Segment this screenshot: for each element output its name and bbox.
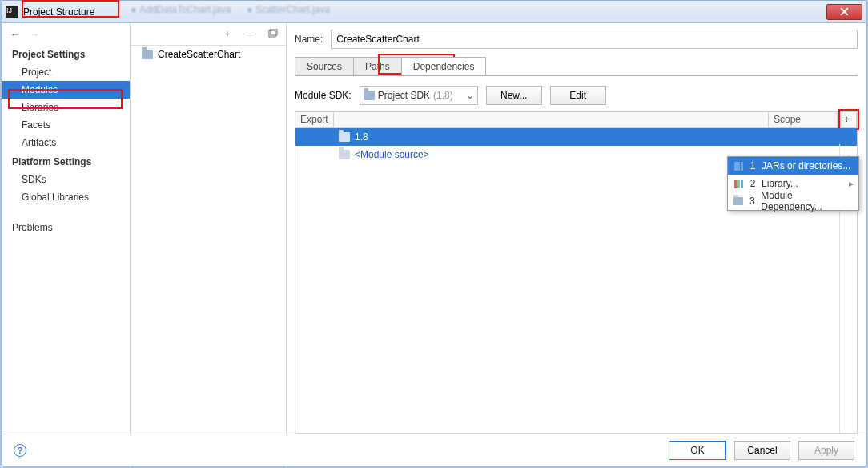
popup-module-dependency[interactable]: 3 Module Dependency... bbox=[728, 192, 858, 210]
dialog-body: ← → Project Settings Project Modules Lib… bbox=[2, 23, 866, 467]
add-dependency-button[interactable]: + bbox=[838, 112, 857, 127]
dep-row-sdk[interactable]: 1.8 bbox=[295, 128, 857, 146]
name-label: Name: bbox=[295, 34, 323, 45]
name-row: Name: bbox=[295, 30, 858, 49]
add-dependency-popup: 1 JARs or directories... 2 Library... ▸ … bbox=[727, 156, 859, 211]
project-structure-dialog: AddDataToChart.java ScatterChart.java Pr… bbox=[2, 0, 866, 466]
sdk-select-label: Project SDK bbox=[378, 90, 430, 101]
window-title: Project Structure bbox=[23, 6, 94, 18]
modules-tree-panel: ＋ － CreateScatterChart bbox=[131, 23, 287, 467]
nav-item-project[interactable]: Project bbox=[2, 63, 130, 81]
popup-label: JARs or directories... bbox=[762, 160, 850, 171]
col-export[interactable]: Export bbox=[295, 112, 334, 127]
svg-rect-2 bbox=[734, 162, 737, 171]
add-icon[interactable]: ＋ bbox=[222, 29, 233, 40]
help-button[interactable]: ? bbox=[14, 444, 26, 457]
nav-item-facets[interactable]: Facets bbox=[2, 116, 130, 134]
remove-icon[interactable]: － bbox=[244, 29, 255, 40]
section-project-settings: Project Settings bbox=[2, 44, 130, 63]
module-tree-item[interactable]: CreateScatterChart bbox=[131, 46, 286, 63]
module-sdk-label: Module SDK: bbox=[295, 90, 352, 101]
library-icon bbox=[733, 178, 744, 189]
popup-jars[interactable]: 1 JARs or directories... bbox=[728, 157, 858, 175]
nav-item-artifacts[interactable]: Artifacts bbox=[2, 134, 130, 151]
popup-num: 2 bbox=[749, 178, 757, 189]
tab-sources[interactable]: Sources bbox=[295, 57, 354, 75]
tree-toolbar: ＋ － bbox=[131, 23, 286, 46]
module-sdk-row: Module SDK: Project SDK (1.8) ⌄ New... E… bbox=[295, 86, 858, 105]
module-dep-icon bbox=[733, 196, 744, 207]
tab-dependencies[interactable]: Dependencies bbox=[401, 57, 487, 75]
close-icon bbox=[840, 7, 849, 16]
background-editor-tabs: AddDataToChart.java ScatterChart.java bbox=[131, 4, 330, 15]
nav-item-problems[interactable]: Problems bbox=[2, 219, 130, 236]
svg-rect-6 bbox=[737, 180, 740, 188]
col-scope[interactable]: Scope bbox=[769, 112, 838, 127]
sdk-select-version: (1.8) bbox=[433, 90, 453, 101]
svg-rect-5 bbox=[734, 180, 737, 188]
apply-button[interactable]: Apply bbox=[798, 441, 854, 460]
new-sdk-button[interactable]: New... bbox=[486, 86, 542, 105]
svg-rect-7 bbox=[741, 180, 743, 188]
svg-rect-0 bbox=[269, 30, 275, 37]
module-editor: Name: Sources Paths Dependencies Module … bbox=[287, 23, 866, 467]
popup-label: Library... bbox=[762, 178, 798, 189]
svg-rect-4 bbox=[741, 162, 743, 171]
section-platform-settings: Platform Settings bbox=[2, 151, 130, 171]
plus-icon: + bbox=[844, 114, 850, 125]
nav-item-modules[interactable]: Modules bbox=[2, 81, 130, 99]
source-folder-icon bbox=[339, 150, 350, 159]
module-icon bbox=[142, 50, 153, 59]
edit-sdk-button[interactable]: Edit bbox=[550, 86, 606, 105]
col-dependency bbox=[334, 112, 769, 127]
dep-label: <Module source> bbox=[355, 149, 429, 160]
module-tabs: Sources Paths Dependencies bbox=[295, 57, 858, 76]
module-sdk-select[interactable]: Project SDK (1.8) ⌄ bbox=[360, 86, 478, 105]
chevron-down-icon: ⌄ bbox=[466, 90, 474, 101]
dep-label: 1.8 bbox=[355, 131, 368, 143]
sdk-folder-icon bbox=[339, 132, 350, 142]
copy-icon[interactable] bbox=[267, 29, 278, 40]
nav-item-global-libraries[interactable]: Global Libraries bbox=[2, 188, 130, 206]
nav-item-sdks[interactable]: SDKs bbox=[2, 171, 130, 188]
nav-history: ← → bbox=[2, 28, 130, 44]
back-icon[interactable]: ← bbox=[9, 28, 22, 41]
popup-num: 1 bbox=[749, 160, 757, 171]
dialog-footer: ? OK Cancel Apply bbox=[2, 434, 866, 466]
svg-rect-3 bbox=[737, 162, 740, 171]
nav-item-libraries[interactable]: Libraries bbox=[2, 99, 130, 116]
popup-label: Module Dependency... bbox=[761, 190, 854, 212]
submenu-chevron-icon: ▸ bbox=[849, 178, 854, 189]
app-icon bbox=[6, 6, 18, 18]
svg-rect-1 bbox=[271, 29, 277, 35]
forward-icon[interactable]: → bbox=[28, 28, 41, 41]
ok-button[interactable]: OK bbox=[669, 441, 726, 460]
module-name-input[interactable] bbox=[331, 30, 858, 49]
jars-icon bbox=[733, 160, 744, 171]
module-label: CreateScatterChart bbox=[158, 49, 240, 60]
popup-num: 3 bbox=[749, 196, 757, 207]
window-close-button[interactable] bbox=[826, 4, 862, 20]
settings-nav: ← → Project Settings Project Modules Lib… bbox=[2, 23, 131, 467]
cancel-button[interactable]: Cancel bbox=[734, 441, 790, 460]
sdk-icon bbox=[364, 91, 375, 100]
tab-paths[interactable]: Paths bbox=[353, 57, 402, 75]
table-header: Export Scope + bbox=[295, 112, 857, 128]
